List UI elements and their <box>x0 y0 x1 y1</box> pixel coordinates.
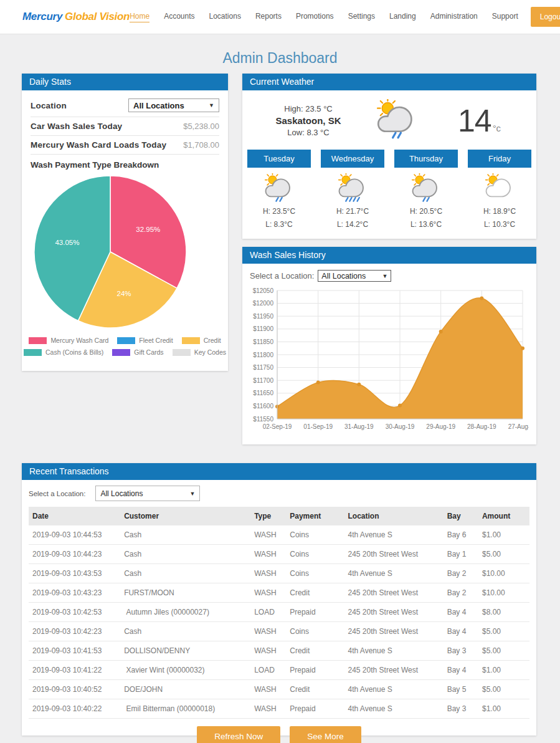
current-temperature: 14 °c <box>458 107 501 135</box>
table-cell: LOAD <box>250 661 286 680</box>
table-cell: 245 20th Street West <box>344 622 444 641</box>
legend-label: Fleet Credit <box>139 337 173 344</box>
nav-item-home[interactable]: Home <box>130 12 149 22</box>
logout-button[interactable]: Logout <box>531 7 560 27</box>
table-cell: 2019-09-03 10:41:53 <box>29 641 120 661</box>
table-cell: DOE/JOHN <box>120 680 250 699</box>
table-cell: WASH <box>250 641 286 661</box>
table-cell: Coins <box>286 622 344 641</box>
svg-text:29-Aug-19: 29-Aug-19 <box>426 423 455 430</box>
transactions-location-select[interactable]: All Locations ▼ <box>95 486 200 501</box>
table-cell: 2019-09-03 10:40:22 <box>29 699 120 719</box>
current-weather-panel: Current Weather High: 23.5 °C Saskatoon,… <box>242 74 536 239</box>
table-row: 2019-09-03 10:43:23FURST/MOONWASHCredit2… <box>29 583 529 603</box>
nav-item-accounts[interactable]: Accounts <box>164 12 194 22</box>
table-cell: Bay 4 <box>444 622 478 641</box>
table-cell: Bay 1 <box>444 545 478 564</box>
location-row: Location All Locations ▼ <box>31 94 219 117</box>
top-navigation-bar: MercuryGlobal Vision HomeAccountsLocatio… <box>0 0 560 34</box>
table-cell: Credit <box>286 583 344 603</box>
payment-pie-chart: 32.95%24%43.05% <box>31 172 190 332</box>
table-row: 2019-09-03 10:42:53 Autumn Jiles (000000… <box>29 603 529 622</box>
table-cell: Prepaid <box>286 603 344 622</box>
forecast-day-button[interactable]: Tuesday <box>247 150 311 168</box>
nav-item-reports[interactable]: Reports <box>255 12 282 22</box>
stat-label: Car Wash Sales Today <box>31 122 122 131</box>
table-cell: Cash <box>120 622 250 641</box>
table-row: 2019-09-03 10:43:53CashWASHCoins4th Aven… <box>29 564 529 583</box>
table-cell: Autumn Jiles (00000027) <box>120 603 250 622</box>
wash-sales-area-chart: $11550$11600$11650$11700$11750$11800$118… <box>250 285 529 436</box>
stat-row-car-wash-sales: Car Wash Sales Today $5,238.00 <box>31 117 219 136</box>
app-logo[interactable]: MercuryGlobal Vision <box>22 11 130 23</box>
table-cell: 2019-09-03 10:43:53 <box>29 564 120 583</box>
table-row: 2019-09-03 10:44:53CashWASHCoins4th Aven… <box>29 525 529 545</box>
column-header-date: Date <box>29 507 120 525</box>
svg-text:$11800: $11800 <box>253 352 273 358</box>
legend-label: Credit <box>204 337 221 344</box>
table-cell: 4th Avenue S <box>344 641 444 661</box>
column-header-payment: Payment <box>286 507 344 525</box>
table-cell: 2019-09-03 10:41:22 <box>29 661 120 680</box>
legend-label: Gift Cards <box>134 348 163 356</box>
wash-sales-history-panel: Wash Sales History Select a Location: Al… <box>242 247 536 444</box>
table-cell: Bay 2 <box>444 564 478 583</box>
current-temp-value: 14 <box>458 107 491 135</box>
logo-part-2: Global Vision <box>65 11 130 22</box>
table-header-row: DateCustomerTypePaymentLocationBayAmount <box>29 507 529 525</box>
refresh-now-button[interactable]: Refresh Now <box>197 726 280 743</box>
weather-header: Current Weather <box>242 74 536 90</box>
svg-text:$11550: $11550 <box>253 416 273 423</box>
table-cell: DOLLISON/DENNY <box>120 641 250 661</box>
table-cell: WASH <box>250 545 286 564</box>
stat-value: $5,238.00 <box>183 122 219 131</box>
table-cell: 2019-09-03 10:44:23 <box>29 545 120 564</box>
forecast-day-button[interactable]: Thursday <box>394 150 458 168</box>
table-cell: WASH <box>250 680 286 699</box>
weather-location-block: High: 23.5 °C Saskatoon, SK Low: 8.3 °C <box>259 103 358 138</box>
table-cell: Bay 4 <box>444 661 478 680</box>
forecast-weather-icon <box>263 173 295 205</box>
legend-swatch <box>29 337 47 344</box>
legend-label: Cash (Coins & Bills) <box>45 348 103 356</box>
forecast-high: H: 21.7°C <box>336 205 369 218</box>
forecast-low: L: 8.3°C <box>265 218 293 231</box>
table-cell: 4th Avenue S <box>344 680 444 699</box>
forecast-day-button[interactable]: Friday <box>468 150 531 168</box>
svg-text:$11700: $11700 <box>253 377 273 384</box>
legend-item: Key Codes <box>173 348 226 356</box>
table-cell: Coins <box>286 564 344 583</box>
forecast-day-column: Tuesday H: 23.5°C L: 8.3°C <box>242 150 316 231</box>
wash-sales-location-select[interactable]: All Locations ▼ <box>318 270 391 282</box>
nav-item-support[interactable]: Support <box>492 12 518 22</box>
wash-sales-location-value: All Locations <box>321 272 366 280</box>
daily-stats-location-select[interactable]: All Locations ▼ <box>128 98 219 112</box>
forecast-day-column: Wednesday H: 21.7°C L: 14.2°C <box>316 150 389 231</box>
table-cell: Bay 2 <box>444 583 478 603</box>
table-cell: $1.00 <box>478 525 529 545</box>
see-more-button[interactable]: See More <box>290 726 361 743</box>
table-cell: Cash <box>120 564 250 583</box>
table-cell: WASH <box>250 583 286 603</box>
nav-item-administration[interactable]: Administration <box>430 12 478 22</box>
table-cell: 2019-09-03 10:42:23 <box>29 622 120 641</box>
nav-item-landing[interactable]: Landing <box>389 12 416 22</box>
nav-item-settings[interactable]: Settings <box>348 12 375 22</box>
forecast-day-button[interactable]: Wednesday <box>321 150 384 168</box>
table-row: 2019-09-03 10:44:23CashWASHCoins245 20th… <box>29 545 529 564</box>
forecast-high: H: 23.5°C <box>263 205 295 218</box>
legend-swatch <box>112 349 130 356</box>
table-cell: Coins <box>286 525 344 545</box>
table-cell: $5.00 <box>478 680 529 699</box>
nav-item-locations[interactable]: Locations <box>209 12 241 22</box>
logo-part-1: Mercury <box>22 11 62 22</box>
dropdown-caret-icon: ▼ <box>382 273 387 279</box>
column-header-amount: Amount <box>478 507 529 525</box>
nav-item-promotions[interactable]: Promotions <box>296 12 334 22</box>
table-cell: 4th Avenue S <box>344 525 444 545</box>
svg-text:31-Aug-19: 31-Aug-19 <box>344 423 374 430</box>
table-cell: $1.00 <box>478 661 529 680</box>
table-cell: Bay 3 <box>444 699 478 719</box>
daily-stats-panel: Daily Stats Location All Locations ▼ Car… <box>22 74 228 371</box>
svg-text:32.95%: 32.95% <box>136 226 160 233</box>
